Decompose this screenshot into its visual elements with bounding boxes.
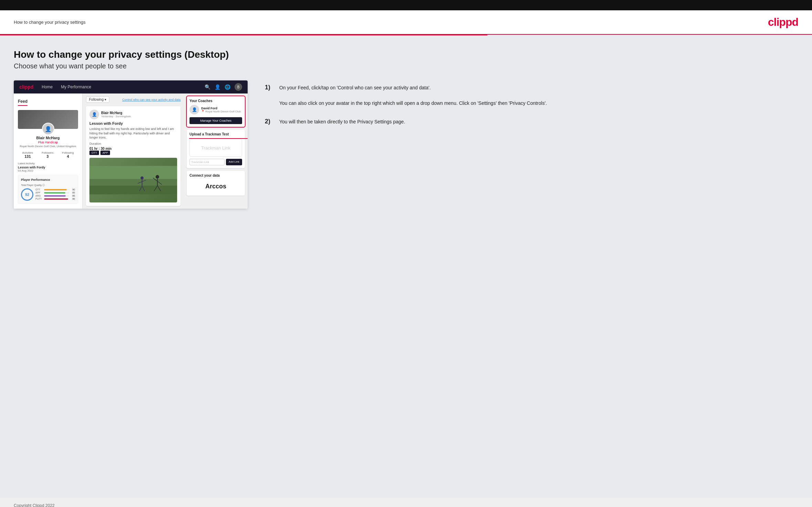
player-performance-card: Player Performance Total Player Quality … <box>18 175 78 204</box>
main-content: How to change your privacy settings (Des… <box>0 35 812 498</box>
pp-bar-app: APP 85 <box>35 191 75 194</box>
tag-ott: OTT <box>89 151 99 155</box>
following-button[interactable]: Following ▾ <box>86 96 109 103</box>
app-feed: Following ▾ Control who can see your act… <box>83 93 184 209</box>
copyright-text: Copyright Clippd 2022 <box>14 503 55 507</box>
stat-activities: Activities 131 <box>22 151 33 158</box>
post-description: Looking to feel like my hands are exitin… <box>89 127 177 140</box>
post-author-name: Blair McHarg <box>101 111 131 115</box>
profile-name: Blair McHarg <box>18 136 78 140</box>
svg-rect-2 <box>89 166 177 179</box>
trackman-title: Upload a Trackman Test <box>190 132 242 136</box>
pp-quality-row: 92 OTT 90 APP 85 <box>21 188 75 201</box>
svg-rect-1 <box>89 186 177 195</box>
post-image <box>89 158 177 202</box>
instruction-step-1: 1) On your Feed, click/tap on 'Control w… <box>265 84 798 107</box>
connect-title: Connect your data <box>190 174 242 177</box>
step1-text: On your Feed, click/tap on 'Control who … <box>279 84 547 107</box>
location-icon: 📍 <box>201 110 205 113</box>
article-subtitle: Choose what you want people to see <box>14 62 798 70</box>
nav-icons: 🔍 👤 🌐 B <box>205 83 242 91</box>
app-right-sidebar: Your Coaches 👤 David Ford 📍 Royal North … <box>184 93 248 209</box>
article-title: How to change your privacy settings (Des… <box>14 49 798 60</box>
post-duration-value: 01 hr : 30 min <box>89 147 177 151</box>
pp-bars: OTT 90 APP 85 ARG <box>35 188 75 201</box>
trackman-input-field[interactable]: Trackman Link <box>190 159 225 165</box>
coaches-title: Your Coaches <box>190 99 242 103</box>
manage-coaches-button[interactable]: Manage Your Coaches <box>190 117 242 124</box>
profile-banner: 👤 <box>18 110 78 129</box>
coach-name: David Ford <box>201 107 241 110</box>
step2-number: 2) <box>265 118 275 125</box>
app-navbar: clippd Home My Performance 🔍 👤 🌐 B <box>14 80 248 93</box>
instructions-panel: 1) On your Feed, click/tap on 'Control w… <box>261 80 798 137</box>
trackman-placeholder-area: Trackman Link <box>190 139 242 157</box>
user-icon[interactable]: 👤 <box>215 84 220 90</box>
coach-item: 👤 David Ford 📍 Royal North Devon Golf Cl… <box>190 105 242 114</box>
stat-followers: Followers 3 <box>42 151 53 158</box>
avatar-button[interactable]: B <box>235 83 242 91</box>
pp-bar-ott: OTT 90 <box>35 188 75 191</box>
nav-home: Home <box>42 85 53 89</box>
step1-number: 1) <box>265 84 275 91</box>
annotation-line <box>189 138 248 139</box>
post-avatar: 👤 <box>89 110 99 119</box>
app-body: Feed 👤 Blair McHarg Plus Handicap Royal … <box>14 93 248 209</box>
coach-avatar: 👤 <box>190 105 199 114</box>
feed-header: Following ▾ Control who can see your act… <box>86 96 181 103</box>
profile-handicap: Plus Handicap <box>18 141 78 144</box>
post-author-meta: Yesterday · Sunningdale <box>101 115 131 118</box>
profile-avatar: 👤 <box>42 123 54 135</box>
latest-activity-name: Lesson with Fordy <box>18 166 78 169</box>
pp-quality-label: Total Player Quality ⓘ <box>21 184 75 187</box>
stat-following: Following 4 <box>62 151 74 158</box>
app-sidebar: Feed 👤 Blair McHarg Plus Handicap Royal … <box>14 93 83 209</box>
profile-stats: Activities 131 Followers 3 Following 4 <box>18 151 78 158</box>
content-layout: clippd Home My Performance 🔍 👤 🌐 B Feed <box>14 80 798 209</box>
feed-post: 👤 Blair McHarg Yesterday · Sunningdale L… <box>86 106 181 206</box>
pp-bar-putt: PUTT 96 <box>35 198 75 200</box>
profile-club: Royal North Devon Golf Club, United King… <box>18 145 78 148</box>
globe-icon[interactable]: 🌐 <box>225 84 230 90</box>
arccos-brand: Arccos <box>190 180 242 193</box>
post-author-info: Blair McHarg Yesterday · Sunningdale <box>101 111 131 118</box>
coach-club: 📍 Royal North Devon Golf Club <box>201 110 241 113</box>
top-bar <box>0 0 812 10</box>
control-privacy-link[interactable]: Control who can see your activity and da… <box>122 98 181 101</box>
page-title: How to change your privacy settings <box>14 20 86 25</box>
nav-my-performance: My Performance <box>61 85 91 89</box>
trackman-input-row: Trackman Link Add Link <box>190 159 242 165</box>
profile-card: 👤 Blair McHarg Plus Handicap Royal North… <box>18 110 78 172</box>
site-footer: Copyright Clippd 2022 <box>0 498 812 507</box>
post-duration-label: Duration <box>89 142 177 145</box>
trackman-add-button[interactable]: Add Link <box>226 159 242 165</box>
latest-activity-date: 03 Aug 2022 <box>18 169 78 172</box>
pp-title: Player Performance <box>21 178 75 181</box>
app-logo-mock: clippd <box>19 84 33 90</box>
feed-tab[interactable]: Feed <box>18 98 28 106</box>
step2-text: You will then be taken directly to the P… <box>279 118 405 125</box>
site-header: How to change your privacy settings clip… <box>0 10 812 35</box>
app-screenshot: clippd Home My Performance 🔍 👤 🌐 B Feed <box>14 80 248 209</box>
trackman-card: Upload a Trackman Test Trackman Link Tra… <box>187 130 245 168</box>
svg-point-3 <box>156 175 159 178</box>
pp-quality-circle: 92 <box>21 188 33 201</box>
pp-bar-arg: ARG 86 <box>35 195 75 197</box>
post-header: 👤 Blair McHarg Yesterday · Sunningdale <box>89 110 177 119</box>
svg-point-9 <box>141 176 144 179</box>
post-tags: OTT APP <box>89 151 177 155</box>
coaches-card: Your Coaches 👤 David Ford 📍 Royal North … <box>187 96 245 127</box>
clippd-logo: clippd <box>768 16 798 29</box>
post-title: Lesson with Fordy <box>89 121 177 125</box>
tag-app: APP <box>100 151 110 155</box>
instruction-step-2: 2) You will then be taken directly to th… <box>265 118 798 125</box>
coach-info: David Ford 📍 Royal North Devon Golf Club <box>201 107 241 113</box>
connect-card: Connect your data Arccos <box>187 171 245 196</box>
post-image-svg <box>89 158 177 202</box>
latest-activity-label: Latest Activity <box>18 162 78 165</box>
search-icon[interactable]: 🔍 <box>205 84 210 90</box>
